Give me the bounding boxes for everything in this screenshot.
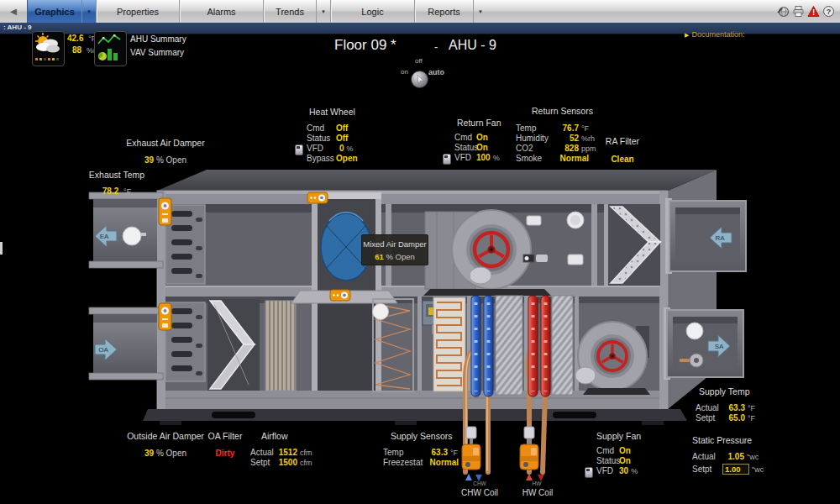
oa-filter-title: OA Filter [201,431,249,441]
ahu-summary-link[interactable]: AHU Summary [130,34,186,44]
oa-label: OA [98,346,108,354]
tab-alarms[interactable]: Alarms [179,0,263,23]
serpentine-coil-graphic [433,297,465,391]
sa-label: SA [715,343,724,350]
vfd-icon [295,144,303,155]
supply-sensors-panel: Supply Sensors Temp63.3°F FreezestatNorm… [383,431,459,468]
supply-sensors-title: Supply Sensors [391,431,459,441]
print-icon[interactable] [792,5,805,18]
static-pressure-panel: Static Pressure Actual1.05"wc Setpt"wc [692,435,764,475]
chevron-down-icon: ▼ [478,9,483,14]
hw-tag: HW [526,480,548,486]
chw-coil-label: CHW Coil [459,488,501,497]
ra-filter-panel: RA Filter Clean [598,136,647,164]
oa-filter-graphic [207,299,260,391]
menu-bar: ◄ Graphics ▼ Properties Alarms Trends ▼ … [0,0,840,24]
oa-filter-panel: OA Filter Dirty [201,431,249,458]
outdoor-temp: 42.6 °F [67,34,96,43]
exhaust-air-damper-title: Exhaust Air Damper [122,138,209,148]
supply-temp-panel: Supply Temp Actual63.3°F Setpt65.0°F [696,386,755,423]
doc-arrow-icon: ▶ [685,32,689,38]
switch-off-label: off [415,57,423,65]
outside-air-damper-title: Outside Air Damper [122,431,209,441]
return-sensors-panel: Return Sensors Temp76.7°F Humidity52%rh … [516,106,596,164]
airflow-panel: Airflow Actual1512cfm Setpt1500cfm [250,431,312,468]
exhaust-air-damper-panel: Exhaust Air Damper 39 % Open [122,138,209,165]
chw-tag: CHW [469,480,491,486]
exhaust-damper-graphic [159,198,205,284]
documentation-link[interactable]: ▶Documentation: [685,30,744,39]
switch-auto-label: auto [428,68,444,76]
airflow-title: Airflow [261,431,312,441]
return-fan-title: Return Fan [457,118,501,128]
mixed-air-damper-tooltip: Mixed Air Damper 61 % Open [361,234,428,265]
vfd-icon [443,154,451,165]
page-title-floor: Floor 09 * [334,37,396,54]
svg-text:?: ? [827,8,832,16]
tab-properties[interactable]: Properties [96,0,179,23]
navigate-icon[interactable] [777,5,790,18]
chart-icon [95,32,124,64]
tab-reports[interactable]: Reports [414,0,473,23]
ra-filter-graphic [608,204,660,286]
vfd-icon [585,467,593,478]
oa-damper-graphic [159,302,205,381]
tab-logic[interactable]: Logic [330,0,414,23]
summary-widget[interactable] [94,31,127,66]
tab-trends-dropdown[interactable]: ▼ [316,0,330,23]
return-sensors-title: Return Sensors [532,106,596,116]
current-page-tab[interactable]: : AHU - 9 [3,24,31,31]
page-title-ahu: AHU - 9 [449,38,496,53]
page-title-separator: - [434,40,438,53]
hw-coil-graphic [528,296,573,396]
hw-valve-actuator [520,427,538,470]
static-pressure-title: Static Pressure [692,435,764,445]
hoa-switch-knob[interactable] [411,71,428,88]
chevron-down-icon: ▼ [87,9,92,14]
ahu-graphics-screen: ◄ Graphics ▼ Properties Alarms Trends ▼ … [0,0,840,504]
heat-wheel-title: Heat Wheel [309,107,358,117]
supply-temp-title: Supply Temp [699,386,755,396]
back-icon: ◄ [8,5,19,18]
switch-pointer-icon [412,71,428,87]
tab-reports-dropdown[interactable]: ▼ [473,0,487,23]
supply-fan-title: Supply Fan [596,431,641,441]
mixed-air-damper-title: Mixed Air Damper [362,239,428,249]
toolbar-icons: ? [777,0,840,23]
tab-graphics-dropdown[interactable]: ▼ [81,0,96,23]
back-button[interactable]: ◄ [0,0,27,23]
heat-wheel-panel: Heat Wheel CmdOff StatusOff VFD0% Bypass… [307,107,358,164]
supply-fan-panel: Supply Fan CmdOn StatusOn VFD30% [596,431,641,476]
ra-filter-title: RA Filter [598,136,647,146]
duct-ra: RA [665,198,746,274]
hw-coil-label: HW Coil [518,488,557,497]
ra-filter-status: Clean [611,155,633,164]
duct-oa: OA [89,307,163,380]
switch-on-label: on [401,68,408,76]
return-fan-panel: Return Fan CmdOn StatusOn VFD100% [454,118,501,163]
alarm-icon[interactable] [807,5,820,18]
chevron-down-icon: ▼ [321,9,326,14]
left-edge-marker [0,242,3,255]
chw-coil-graphic [471,296,522,396]
help-icon[interactable]: ? [822,5,835,18]
oa-filter-status: Dirty [216,449,235,458]
static-pressure-setpoint-input[interactable] [722,464,749,475]
tab-trends[interactable]: Trends [263,0,316,23]
ea-sensor [123,227,141,245]
outside-air-damper-panel: Outside Air Damper 39 % Open [122,431,209,458]
sa-sensor [686,323,703,339]
ra-label: RA [715,234,725,242]
tab-graphics[interactable]: Graphics [27,0,81,23]
duct-ea: EA [89,192,163,268]
exhaust-temp-title: Exhaust Temp [86,170,148,180]
exhaust-temp-panel: Exhaust Temp 78.2 °F [86,170,148,196]
weather-icon [33,32,62,64]
preheat-face-graphic [265,301,296,391]
weather-widget[interactable] [32,31,65,66]
ea-label: EA [100,233,109,240]
duct-sa: SA [664,307,743,380]
vav-summary-link[interactable]: VAV Summary [130,48,184,57]
